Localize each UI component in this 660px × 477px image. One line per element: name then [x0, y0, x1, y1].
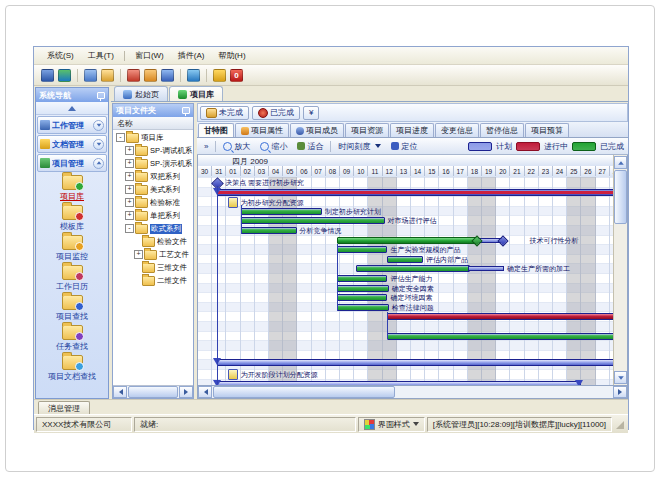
- scroll-left-button[interactable]: [113, 386, 127, 398]
- report-orange-icon[interactable]: [144, 69, 157, 82]
- lock-icon[interactable]: [213, 69, 226, 82]
- gantt-bar-plan[interactable]: [217, 381, 580, 385]
- filter-unfinished-button[interactable]: 未完成: [200, 106, 249, 120]
- gantt-bar-done[interactable]: [356, 265, 470, 272]
- gantt-tab-3[interactable]: 项目成员: [290, 123, 344, 137]
- scroll-thumb[interactable]: [614, 170, 627, 224]
- pin-icon[interactable]: [97, 92, 105, 99]
- gantt-bar-done[interactable]: [241, 227, 297, 234]
- menu-item-5[interactable]: 帮助(H): [211, 48, 252, 63]
- tree-item-6[interactable]: +检验标准: [113, 196, 193, 209]
- assignment-note-icon[interactable]: [228, 369, 238, 380]
- scroll-down-button[interactable]: [614, 371, 627, 384]
- computer-icon[interactable]: [41, 69, 54, 82]
- tab-start-page[interactable]: 起始页: [114, 86, 168, 101]
- gantt-tab-8[interactable]: 项目预算: [525, 123, 569, 137]
- tree-item-9[interactable]: 检验文件: [113, 235, 193, 248]
- message-manager-tab[interactable]: 消息管理: [38, 401, 90, 414]
- report-red-icon[interactable]: [127, 69, 140, 82]
- sidebar-item-1[interactable]: 项目库: [60, 175, 84, 202]
- gantt-bar-done[interactable]: [337, 304, 389, 311]
- gantt-vertical-scrollbar[interactable]: [613, 155, 627, 385]
- tree-item-5[interactable]: +美式系列: [113, 183, 193, 196]
- report-blue-icon[interactable]: [161, 69, 174, 82]
- sidebar-item-7[interactable]: 项目文档查找: [48, 355, 96, 382]
- gantt-tab-4[interactable]: 项目资源: [345, 123, 389, 137]
- sidebar-group-3[interactable]: 项目管理: [37, 154, 107, 172]
- gantt-bar-done[interactable]: [337, 275, 387, 282]
- scroll-right-button[interactable]: [179, 386, 193, 398]
- fit-button[interactable]: 适合: [294, 139, 326, 154]
- tree-item-3[interactable]: +SP-演示机系: [113, 157, 193, 170]
- zoom-out-button[interactable]: 缩小: [257, 139, 290, 154]
- tree-item-12[interactable]: 二维文件: [113, 274, 193, 287]
- scroll-left-button[interactable]: [198, 386, 212, 398]
- gantt-tab-2[interactable]: 项目属性: [235, 123, 289, 137]
- gantt-bar-plan[interactable]: [217, 359, 613, 366]
- expand-arrow-button[interactable]: [93, 120, 104, 131]
- scroll-thumb[interactable]: [128, 386, 178, 398]
- tree-expander[interactable]: -: [116, 133, 125, 142]
- sidebar-item-6[interactable]: 任务查找: [56, 325, 88, 352]
- tree-horizontal-scrollbar[interactable]: [113, 385, 193, 398]
- sidebar-item-4[interactable]: 工作日历: [56, 265, 88, 292]
- tree-expander[interactable]: +: [125, 172, 134, 181]
- tree-item-4[interactable]: +双把系列: [113, 170, 193, 183]
- sidebar-collapse-button[interactable]: [36, 102, 108, 115]
- globe-icon[interactable]: [58, 69, 71, 82]
- tree-expander[interactable]: -: [125, 224, 134, 233]
- menu-item-1[interactable]: 系统(S): [40, 48, 81, 63]
- sidebar-group-1[interactable]: 工作管理: [37, 116, 107, 134]
- folder-icon[interactable]: [101, 69, 114, 82]
- expand-arrow-button[interactable]: [93, 139, 104, 150]
- gantt-bar-done[interactable]: [337, 246, 387, 253]
- gantt-bar-done[interactable]: [337, 285, 389, 292]
- sidebar-group-2[interactable]: 文档管理: [37, 135, 107, 153]
- resize-grip[interactable]: [614, 417, 626, 431]
- timescale-dropdown[interactable]: 时间刻度: [335, 139, 384, 154]
- zoom-in-button[interactable]: 放大: [220, 139, 253, 154]
- gantt-bar-done[interactable]: [387, 333, 613, 340]
- gantt-bar-done[interactable]: [337, 294, 387, 301]
- tree-expander[interactable]: +: [125, 146, 134, 155]
- filter-finished-button[interactable]: 已完成: [252, 106, 300, 120]
- tree-item-10[interactable]: +工艺文件: [113, 248, 193, 261]
- menu-item-4[interactable]: 插件(A): [171, 48, 212, 63]
- tree-item-7[interactable]: +单把系列: [113, 209, 193, 222]
- tree-item-2[interactable]: +SP-调试机系: [113, 144, 193, 157]
- folder-open-icon[interactable]: [84, 69, 97, 82]
- gantt-bar-done[interactable]: [241, 217, 385, 224]
- collapse-arrow-button[interactable]: [93, 158, 104, 169]
- scroll-right-button[interactable]: [613, 386, 627, 398]
- tree-item-8[interactable]: -欧式系列: [113, 222, 193, 235]
- gantt-bar-summary_done[interactable]: [337, 237, 478, 244]
- tree-expander[interactable]: +: [134, 250, 143, 259]
- tree-item-11[interactable]: 三维文件: [113, 261, 193, 274]
- ui-style-dropdown[interactable]: 界面样式: [358, 417, 425, 432]
- gantt-tab-7[interactable]: 暂停信息: [480, 123, 524, 137]
- locate-button[interactable]: 定位: [388, 139, 420, 154]
- assignment-note-icon[interactable]: [228, 197, 238, 208]
- gantt-tab-5[interactable]: 项目进度: [390, 123, 434, 137]
- gantt-tab-1[interactable]: 甘特图: [198, 123, 234, 137]
- tab-project-library[interactable]: 项目库: [169, 86, 223, 101]
- gantt-horizontal-scrollbar[interactable]: [197, 386, 628, 399]
- tree-expander[interactable]: +: [125, 185, 134, 194]
- tree-expander[interactable]: +: [125, 211, 134, 220]
- pin-icon[interactable]: [182, 107, 190, 114]
- toolbar-overflow-button[interactable]: »: [201, 140, 211, 153]
- gantt-tab-6[interactable]: 变更信息: [435, 123, 479, 137]
- tree-expander[interactable]: +: [125, 198, 134, 207]
- sidebar-item-3[interactable]: 项目监控: [56, 235, 88, 262]
- menu-item-3[interactable]: 窗口(W): [128, 48, 171, 63]
- gantt-bar-active[interactable]: [387, 313, 613, 320]
- help-globe-icon[interactable]: [187, 69, 200, 82]
- scroll-up-button[interactable]: [614, 156, 627, 169]
- stop-zero-icon[interactable]: 0: [230, 69, 243, 82]
- gantt-bar-done[interactable]: [387, 256, 423, 263]
- tree-item-1[interactable]: -项目库: [113, 131, 193, 144]
- gantt-bar-summary_active[interactable]: [217, 189, 613, 196]
- sidebar-item-2[interactable]: 模板库: [60, 205, 84, 232]
- sidebar-item-5[interactable]: 项目查找: [56, 295, 88, 322]
- gantt-bar-done[interactable]: [241, 208, 323, 215]
